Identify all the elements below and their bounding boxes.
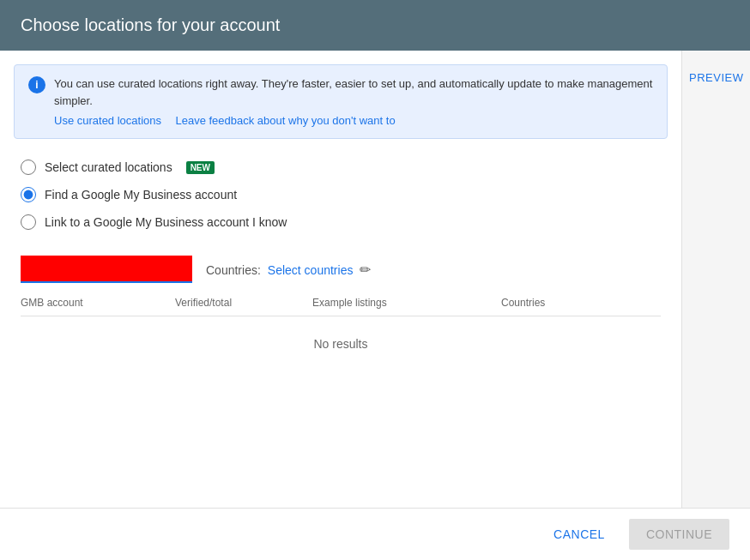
footer: CANCEL CONTINUE xyxy=(0,508,750,560)
radio-option-find-gmb[interactable]: Find a Google My Business account xyxy=(21,187,661,202)
page-header: Choose locations for your account xyxy=(0,0,750,51)
table-body: No results xyxy=(21,316,661,351)
radio-link-gmb-label: Link to a Google My Business account I k… xyxy=(45,215,287,229)
radio-link-gmb[interactable] xyxy=(21,214,36,230)
preview-sidebar: PREVIEW xyxy=(681,51,750,508)
info-banner-content: You can use curated locations right away… xyxy=(54,75,653,128)
use-curated-locations-link[interactable]: Use curated locations xyxy=(54,114,161,127)
cancel-button[interactable]: CANCEL xyxy=(536,519,622,550)
table-header: GMB account Verified/total Example listi… xyxy=(21,297,661,316)
radio-find-gmb[interactable] xyxy=(21,187,36,202)
info-banner-text: You can use curated locations right away… xyxy=(54,75,653,109)
select-countries-link[interactable]: Select countries xyxy=(268,263,354,277)
table-header-verified: Verified/total xyxy=(175,297,312,309)
info-banner: i You can use curated locations right aw… xyxy=(14,64,668,139)
no-results-text: No results xyxy=(313,337,367,351)
table-section: GMB account Verified/total Example listi… xyxy=(0,297,681,508)
page-title: Choose locations for your account xyxy=(21,15,280,34)
search-countries-row: Countries: Select countries ✏ xyxy=(0,249,681,283)
table-header-countries: Countries xyxy=(501,297,630,309)
info-icon: i xyxy=(28,76,45,93)
main-container: i You can use curated locations right aw… xyxy=(0,51,750,508)
preview-button[interactable]: PREVIEW xyxy=(682,64,750,91)
radio-option-curated[interactable]: Select curated locations NEW xyxy=(21,160,661,175)
countries-label: Countries: xyxy=(206,263,261,277)
new-badge: NEW xyxy=(186,161,215,174)
radio-curated-label: Select curated locations xyxy=(45,160,172,174)
search-field xyxy=(21,256,192,283)
table-header-gmb-account: GMB account xyxy=(21,297,175,309)
continue-button[interactable]: CONTINUE xyxy=(629,519,729,550)
radio-section: Select curated locations NEW Find a Goog… xyxy=(0,146,681,249)
radio-find-gmb-label: Find a Google My Business account xyxy=(45,188,237,202)
table-header-example-listings: Example listings xyxy=(312,297,501,309)
search-input[interactable] xyxy=(21,256,192,283)
radio-option-link-gmb[interactable]: Link to a Google My Business account I k… xyxy=(21,214,661,230)
info-banner-links: Use curated locations Leave feedback abo… xyxy=(54,112,653,128)
edit-icon[interactable]: ✏ xyxy=(360,262,371,278)
radio-curated[interactable] xyxy=(21,160,36,175)
leave-feedback-link[interactable]: Leave feedback about why you don't want … xyxy=(175,114,395,127)
content-area: i You can use curated locations right aw… xyxy=(0,51,681,508)
countries-section: Countries: Select countries ✏ xyxy=(206,262,371,283)
